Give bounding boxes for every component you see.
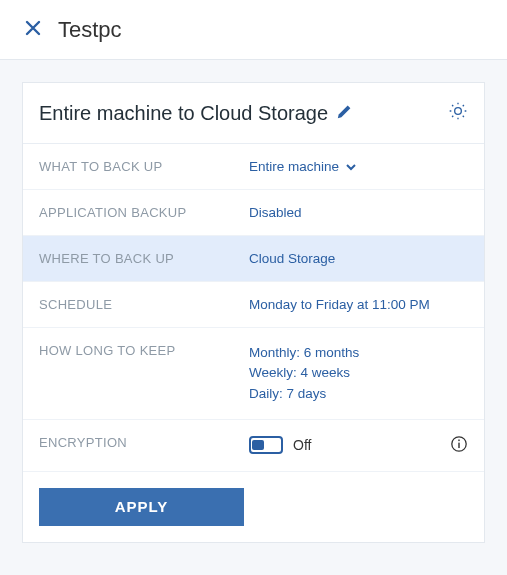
row-schedule[interactable]: SCHEDULE Monday to Friday at 11:00 PM — [23, 282, 484, 328]
settings-button[interactable] — [448, 101, 468, 125]
keep-line-weekly: Weekly: 4 weeks — [249, 363, 359, 383]
row-value: Monthly: 6 months Weekly: 4 weeks Daily:… — [249, 343, 359, 404]
row-label: SCHEDULE — [39, 297, 249, 312]
backup-plan-panel: Entire machine to Cloud Storage WHAT TO … — [22, 82, 485, 543]
row-value: Off — [249, 435, 468, 456]
svg-rect-1 — [458, 442, 459, 447]
row-how-long-to-keep[interactable]: HOW LONG TO KEEP Monthly: 6 months Weekl… — [23, 328, 484, 420]
toggle-knob — [252, 440, 264, 450]
close-icon — [25, 20, 41, 40]
svg-rect-2 — [458, 439, 459, 441]
edit-title-button[interactable] — [336, 102, 354, 124]
what-value-text: Entire machine — [249, 159, 339, 174]
close-button[interactable] — [18, 15, 48, 45]
row-label: WHERE TO BACK UP — [39, 251, 249, 266]
panel-title: Entire machine to Cloud Storage — [39, 102, 328, 125]
row-value: Cloud Storage — [249, 251, 468, 266]
row-value: Disabled — [249, 205, 468, 220]
apply-row: APPLY — [23, 472, 484, 542]
keep-line-daily: Daily: 7 days — [249, 384, 359, 404]
panel-header: Entire machine to Cloud Storage — [23, 83, 484, 144]
apply-button[interactable]: APPLY — [39, 488, 244, 526]
encryption-state-label: Off — [293, 437, 311, 453]
row-value: Monday to Friday at 11:00 PM — [249, 297, 468, 312]
row-what-to-back-up[interactable]: WHAT TO BACK UP Entire machine — [23, 144, 484, 190]
row-label: WHAT TO BACK UP — [39, 159, 249, 174]
info-icon — [450, 435, 468, 456]
encryption-info-button[interactable] — [450, 435, 468, 456]
row-label: ENCRYPTION — [39, 435, 249, 450]
pencil-icon — [336, 102, 354, 124]
row-label: HOW LONG TO KEEP — [39, 343, 249, 358]
chevron-down-icon — [345, 161, 357, 173]
page-header: Testpc — [0, 0, 507, 60]
gear-icon — [448, 101, 468, 125]
encryption-toggle[interactable] — [249, 436, 283, 454]
row-encryption: ENCRYPTION Off — [23, 420, 484, 472]
row-label: APPLICATION BACKUP — [39, 205, 249, 220]
row-where-to-back-up[interactable]: WHERE TO BACK UP Cloud Storage — [23, 236, 484, 282]
page-title: Testpc — [58, 17, 122, 43]
row-application-backup[interactable]: APPLICATION BACKUP Disabled — [23, 190, 484, 236]
keep-line-monthly: Monthly: 6 months — [249, 343, 359, 363]
row-value: Entire machine — [249, 159, 468, 174]
